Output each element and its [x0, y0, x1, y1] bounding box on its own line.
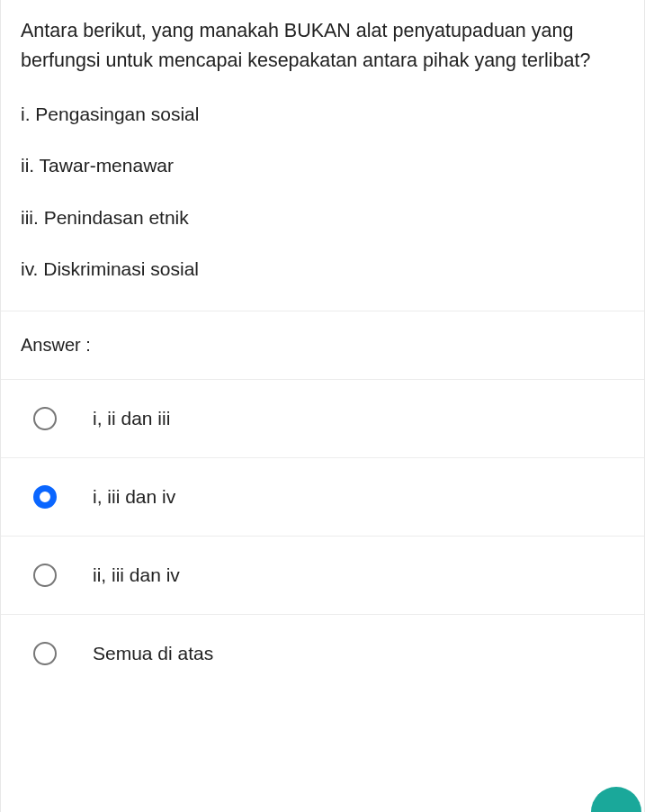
- options-list: i, ii dan iii i, iii dan iv ii, iii dan …: [1, 379, 644, 692]
- question-item: iv. Diskriminasi sosial: [21, 255, 624, 284]
- radio-icon: [33, 407, 57, 430]
- question-item: i. Pengasingan sosial: [21, 100, 624, 129]
- option-4[interactable]: Semua di atas: [1, 615, 644, 692]
- question-section: Antara berikut, yang manakah BUKAN alat …: [1, 0, 644, 311]
- option-2[interactable]: i, iii dan iv: [1, 458, 644, 537]
- option-1[interactable]: i, ii dan iii: [1, 380, 644, 458]
- option-label: Semua di atas: [93, 643, 213, 664]
- option-label: i, ii dan iii: [93, 408, 170, 429]
- question-card: Antara berikut, yang manakah BUKAN alat …: [0, 0, 645, 812]
- question-prompt: Antara berikut, yang manakah BUKAN alat …: [21, 16, 624, 77]
- question-item: ii. Tawar-menawar: [21, 151, 624, 180]
- option-3[interactable]: ii, iii dan iv: [1, 537, 644, 615]
- question-items: i. Pengasingan sosial ii. Tawar-menawar …: [21, 100, 624, 284]
- option-label: i, iii dan iv: [93, 486, 175, 508]
- answer-label: Answer :: [1, 311, 644, 379]
- radio-icon: [33, 564, 57, 587]
- question-item: iii. Penindasan etnik: [21, 203, 624, 232]
- radio-icon: [33, 485, 57, 509]
- option-label: ii, iii dan iv: [93, 564, 180, 586]
- radio-icon: [33, 642, 57, 665]
